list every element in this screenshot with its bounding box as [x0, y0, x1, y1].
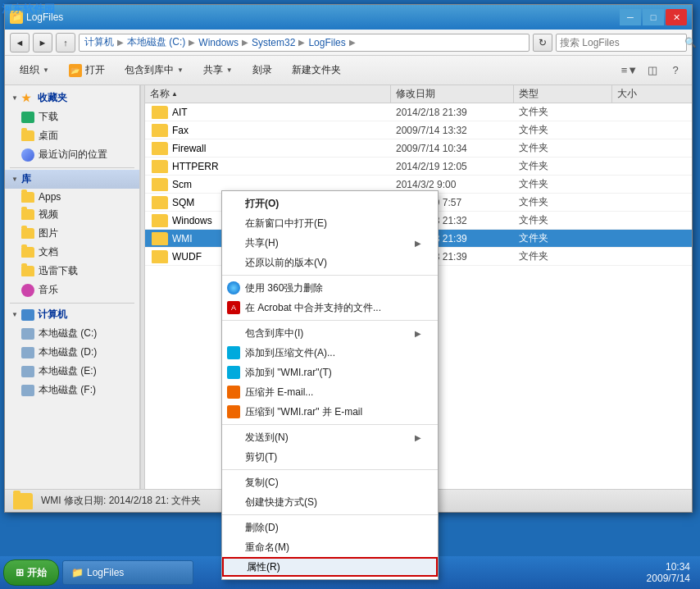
file-date-cell: 2014/2/19 12:05 — [391, 161, 514, 172]
sidebar-item-docs[interactable]: 文档 — [5, 243, 139, 262]
context-menu-separator — [222, 514, 438, 515]
taskbar-window-item[interactable]: 📁 LogFiles — [62, 560, 193, 585]
sidebar-item-photos[interactable]: 图片 — [5, 224, 139, 243]
include-library-button[interactable]: 包含到库中 ▼ — [116, 59, 192, 82]
address-path[interactable]: 计算机 ▶ 本地磁盘 (C:) ▶ Windows ▶ System32 ▶ L… — [79, 34, 530, 52]
sidebar-item-recent[interactable]: 最近访问的位置 — [5, 145, 139, 164]
recent-label: 最近访问的位置 — [39, 148, 107, 162]
icon-acrobat: A — [227, 301, 240, 314]
search-icon: 🔍 — [684, 37, 697, 48]
col-header-type[interactable]: 类型 — [514, 85, 612, 103]
context-menu: 打开(O) 在新窗口中打开(E) 共享(H) ▶ 还原以前的版本(V) 使用 3… — [221, 190, 439, 580]
forward-button[interactable]: ► — [33, 33, 52, 53]
context-menu-item[interactable]: 在新窗口中打开(E) — [222, 213, 438, 233]
preview-button[interactable]: ◫ — [643, 61, 662, 80]
status-folder-icon — [13, 493, 33, 509]
sidebar-item-download[interactable]: 下载 — [5, 107, 139, 126]
context-menu-item[interactable]: 重命名(M) — [222, 537, 438, 557]
library-triangle: ▼ — [11, 176, 18, 183]
col-name-label: 名称 — [150, 87, 170, 101]
path-crumb-2[interactable]: 本地磁盘 (C:) — [127, 35, 185, 49]
context-menu-item[interactable]: 复制(C) — [222, 473, 438, 492]
title-bar-left: 📁 LogFiles — [10, 11, 63, 24]
context-menu-item[interactable]: 使用 360强力删除 — [222, 278, 438, 298]
context-menu-item-label: 使用 360强力删除 — [245, 281, 323, 295]
music-label: 音乐 — [39, 283, 58, 297]
share-button[interactable]: 共享 ▼ — [195, 59, 241, 82]
computer-triangle: ▼ — [11, 311, 18, 318]
search-input[interactable] — [560, 37, 683, 48]
start-button[interactable]: ⊞ 开始 — [3, 559, 59, 586]
icon-zip2 — [227, 405, 240, 418]
context-menu-item-label: 还原以前的版本(V) — [245, 256, 327, 270]
path-crumb-3[interactable]: Windows — [198, 37, 239, 48]
context-menu-item[interactable]: 压缩并 E-mail... — [222, 382, 438, 402]
context-menu-item[interactable]: 发送到(N) ▶ — [222, 427, 438, 447]
context-menu-item[interactable]: 还原以前的版本(V) — [222, 253, 438, 272]
view-toggle-button[interactable]: ≡▼ — [620, 61, 639, 80]
sidebar-item-local-c[interactable]: 本地磁盘 (C:) — [5, 324, 139, 343]
engrave-button[interactable]: 刻录 — [244, 59, 280, 82]
path-crumb-5[interactable]: LogFiles — [308, 37, 345, 48]
context-menu-item[interactable]: 添加到 "WMI.rar"(T) — [222, 363, 438, 382]
sidebar-item-local-e[interactable]: 本地磁盘 (E:) — [5, 362, 139, 381]
file-name: Scm — [172, 179, 192, 190]
path-crumb-4[interactable]: System32 — [252, 37, 295, 48]
taskbar-clock: 10:34 2009/7/14 — [640, 561, 697, 584]
col-header-date[interactable]: 修改日期 — [391, 85, 514, 103]
context-menu-item[interactable]: 包含到库中(I) ▶ — [222, 323, 438, 343]
context-menu-item[interactable]: A 在 Acrobat 中合并支持的文件... — [222, 298, 438, 317]
sidebar-item-music[interactable]: 音乐 — [5, 281, 139, 299]
table-row[interactable]: HTTPERR 2014/2/19 12:05 文件夹 — [145, 158, 692, 176]
sidebar-item-thunder[interactable]: 迅雷下载 — [5, 262, 139, 281]
context-menu-item[interactable]: 创建快捷方式(S) — [222, 492, 438, 512]
toolbar-right: ≡▼ ◫ ? — [620, 61, 685, 80]
sidebar-item-video[interactable]: 视频 — [5, 205, 139, 224]
table-row[interactable]: Firewall 2009/7/14 10:34 文件夹 — [145, 139, 692, 158]
context-menu-item[interactable]: 共享(H) ▶ — [222, 233, 438, 253]
organize-button[interactable]: 组织 ▼ — [11, 59, 57, 82]
context-menu-item[interactable]: 压缩到 "WMI.rar" 并 E-mail — [222, 402, 438, 422]
table-row[interactable]: AIT 2014/2/18 21:39 文件夹 — [145, 103, 692, 121]
sidebar-item-desktop[interactable]: 桌面 — [5, 126, 139, 145]
context-menu-item[interactable]: 属性(R) — [222, 557, 438, 577]
file-name: Windows — [172, 215, 212, 226]
close-button[interactable]: ✕ — [666, 9, 687, 25]
refresh-button[interactable]: ↻ — [533, 34, 552, 52]
file-type-cell: 文件夹 — [514, 159, 612, 173]
sidebar-computer-header[interactable]: ▼ 计算机 — [5, 305, 139, 324]
local-f-label: 本地磁盘 (F:) — [39, 383, 96, 397]
file-type-cell: 文件夹 — [514, 141, 612, 155]
table-row[interactable]: Fax 2009/7/14 13:32 文件夹 — [145, 121, 692, 139]
col-header-name[interactable]: 名称 ▲ — [145, 85, 391, 103]
video-icon — [21, 209, 34, 220]
apps-label: Apps — [39, 191, 61, 203]
new-folder-button[interactable]: 新建文件夹 — [284, 59, 349, 82]
file-type-cell: 文件夹 — [514, 195, 612, 209]
context-menu-item[interactable]: 剪切(T) — [222, 447, 438, 467]
up-button[interactable]: ↑ — [56, 33, 75, 53]
open-button[interactable]: 📂 打开 — [61, 59, 113, 82]
back-button[interactable]: ◄ — [10, 33, 30, 53]
maximize-button[interactable]: □ — [643, 9, 664, 25]
context-menu-item-label: 添加到压缩文件(A)... — [245, 346, 335, 360]
sidebar-item-local-d[interactable]: 本地磁盘 (D:) — [5, 343, 139, 362]
start-label: 开始 — [27, 566, 47, 580]
sidebar-item-apps[interactable]: Apps — [5, 189, 139, 205]
context-menu-item[interactable]: 删除(D) — [222, 518, 438, 537]
context-menu-item-label: 打开(O) — [245, 197, 279, 211]
col-header-size[interactable]: 大小 — [612, 85, 678, 103]
sidebar-library-header[interactable]: ▼ 库 — [5, 170, 139, 189]
sidebar-favorites-header[interactable]: ▼ ★ 收藏夹 — [5, 89, 139, 107]
computer-icon — [21, 309, 34, 321]
help-button[interactable]: ? — [666, 61, 685, 80]
context-menu-item[interactable]: 添加到压缩文件(A)... — [222, 343, 438, 363]
minimize-button[interactable]: ─ — [620, 9, 641, 25]
sidebar-item-local-f[interactable]: 本地磁盘 (F:) — [5, 381, 139, 400]
context-menu-item-label: 添加到 "WMI.rar"(T) — [245, 366, 332, 380]
organize-arrow: ▼ — [43, 66, 49, 74]
context-menu-item[interactable]: 打开(O) — [222, 194, 438, 213]
path-crumb-1[interactable]: 计算机 — [84, 35, 114, 49]
title-bar: 📁 LogFiles ─ □ ✕ — [5, 5, 692, 30]
file-date-cell: 2014/3/2 9:00 — [391, 179, 514, 190]
